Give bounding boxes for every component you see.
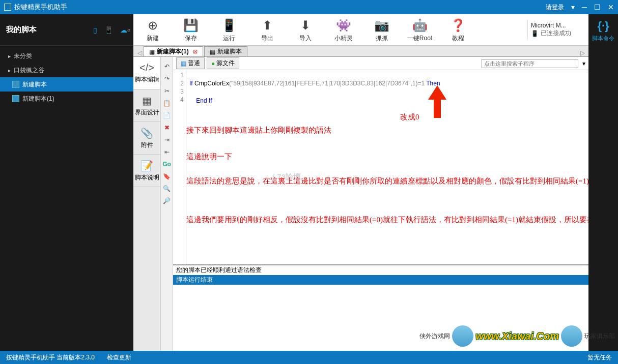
plus-icon: ⊕ <box>133 17 172 34</box>
tool-tutorial[interactable]: ❓教程 <box>439 17 477 43</box>
delete-button[interactable]: ✖ <box>162 122 172 133</box>
indent-button[interactable]: ⇥ <box>162 134 172 145</box>
annotation-2: 這邊說明一下 <box>186 150 232 163</box>
vtab-ui-design[interactable]: ▦界面设计 <box>133 89 160 122</box>
view-source-tab[interactable]: ●源文件 <box>207 57 239 69</box>
save-icon: 💾 <box>172 17 210 34</box>
tool-import[interactable]: ⬇导入 <box>286 17 324 43</box>
file-icon <box>12 81 19 88</box>
view-normal-tab[interactable]: ▦普通 <box>176 57 205 69</box>
annotation-3: 這段語法的意思是說，在這裏上這邊比對是否有剛剛你所取的連續座標點以及相對應的顏色… <box>186 175 548 187</box>
app-title: 按键精灵手机助手 <box>14 3 546 12</box>
file-icon: ▦ <box>210 48 215 55</box>
branding: 侠外游戏网 www.Xiawai.Com 玩家俱乐部 <box>419 324 615 348</box>
mini-toolbar: ↶ ↷ ✂ 📋 📄 ✖ ⇥ ⇤ Go 🔖 🔍 🔎 <box>161 57 173 351</box>
braces-icon: {·} <box>597 19 609 33</box>
script-tree: 未分类 口袋楓之谷 新建脚本 新建脚本(1) <box>0 46 133 109</box>
tool-export[interactable]: ⬆导出 <box>248 17 286 43</box>
close-button[interactable]: ✕ <box>608 3 614 11</box>
bookmark-button[interactable]: 🔖 <box>162 171 172 182</box>
console-line-selected[interactable]: 脚本运行结束 <box>173 275 588 285</box>
tool-save[interactable]: 💾保存 <box>172 17 210 43</box>
vtab-description[interactable]: 📝脚本说明 <box>133 155 160 187</box>
export-icon: ⬆ <box>248 17 286 34</box>
tool-run[interactable]: 📱运行 <box>210 17 248 43</box>
attachment-icon: 📎 <box>141 127 153 139</box>
tree-file-newscript1[interactable]: 新建脚本(1) <box>0 92 133 106</box>
sidebar-title: 我的脚本 <box>6 25 93 35</box>
layout-icon: ▦ <box>142 95 152 107</box>
brand-logo-icon <box>561 325 582 347</box>
outdent-button[interactable]: ⇤ <box>162 146 172 158</box>
dropdown-icon[interactable]: ▾ <box>571 3 575 11</box>
right-panel[interactable]: {·} 脚本命令 <box>588 14 618 351</box>
find-button[interactable]: 🔍 <box>162 183 172 194</box>
device-phone-icon[interactable]: 📱 <box>104 26 113 34</box>
help-icon: ❓ <box>439 17 477 34</box>
tool-wizard[interactable]: 👾小精灵 <box>324 17 362 43</box>
go-button[interactable]: Go <box>162 159 172 170</box>
login-link[interactable]: 请登录 <box>546 3 564 12</box>
doc-tab-active[interactable]: ▦新建脚本(1)⊠ <box>144 46 203 56</box>
tool-new[interactable]: ⊕新建 <box>133 17 172 43</box>
tree-folder-pocket[interactable]: 口袋楓之谷 <box>0 63 133 77</box>
undo-button[interactable]: ↶ <box>162 61 172 72</box>
tasks-label: 暂无任务 <box>587 353 612 362</box>
tab-nav-left[interactable]: ◁ <box>135 49 144 56</box>
sidebar: 我的脚本 ▯ 📱 ☁ « 未分类 口袋楓之谷 新建脚本 新建脚本(1) <box>0 14 133 351</box>
brand-url: www.Xiawai.Com <box>475 330 559 342</box>
search-subroutine-input[interactable] <box>482 59 578 68</box>
tool-capture[interactable]: 📷抓抓 <box>362 17 401 43</box>
tree-folder-uncategorized[interactable]: 未分类 <box>0 49 133 63</box>
version-label: 按键精灵手机助手 当前版本2.3.0 <box>6 353 95 362</box>
device-file-icon[interactable]: ▯ <box>93 26 97 34</box>
device-name: Microvirt M... <box>531 22 585 29</box>
annotation-4: 這邊我們要用到的剛好相反，假設沒有比對到相同結果(=0)就往下執行語法，有比對到… <box>186 214 548 226</box>
cut-button[interactable]: ✂ <box>162 85 172 97</box>
tree-file-newscript[interactable]: 新建脚本 <box>0 77 133 92</box>
redo-button[interactable]: ↷ <box>162 73 172 84</box>
maximize-button[interactable]: ☐ <box>594 3 601 11</box>
zoom-button[interactable]: 🔎 <box>162 195 172 206</box>
file-icon <box>12 95 19 102</box>
src-icon: ● <box>211 60 215 67</box>
code-area[interactable]: 1234 If CmpColorEx("59|158|934E87,72|161… <box>173 70 588 264</box>
grid-icon: ▦ <box>181 60 186 67</box>
search-dropdown-icon[interactable]: ▾ <box>582 60 585 67</box>
vertical-tabs: </>脚本编辑 ▦界面设计 📎附件 📝脚本说明 <box>133 57 161 351</box>
vtab-attachment[interactable]: 📎附件 <box>133 122 160 155</box>
tool-root[interactable]: 🤖一键Root <box>401 17 439 43</box>
document-tabs: ◁ ▦新建脚本(1)⊠ ▦新建脚本 ▷ <box>133 46 588 57</box>
doc-icon: 📝 <box>141 160 153 172</box>
status-bar: 按键精灵手机助手 当前版本2.3.0 检查更新 暂无任务 <box>0 351 618 364</box>
title-bar: 按键精灵手机助手 请登录 ▾ ─ ☐ ✕ <box>0 0 618 14</box>
code-icon: </> <box>139 62 154 74</box>
android-icon: 🤖 <box>401 17 439 34</box>
minimize-button[interactable]: ─ <box>582 3 587 11</box>
console-line: 您的脚本已经顺利通过语法检查 <box>173 265 588 275</box>
phone-icon: 📱 <box>210 17 248 34</box>
app-icon <box>4 4 11 11</box>
vtab-script-edit[interactable]: </>脚本编辑 <box>133 57 160 89</box>
line-gutter: 1234 <box>173 70 186 264</box>
annotation-1: 接下來回到腳本這邊貼上你剛剛複製的語法 <box>186 124 331 136</box>
main-toolbar: ⊕新建 💾保存 📱运行 ⬆导出 ⬇导入 👾小精灵 📷抓抓 🤖一键Root ❓教程… <box>133 14 588 46</box>
file-icon: ▦ <box>149 48 155 55</box>
camera-icon: 📷 <box>362 17 401 34</box>
doc-tab[interactable]: ▦新建脚本 <box>204 46 247 56</box>
tab-nav-right[interactable]: ▷ <box>578 49 586 56</box>
copy-button[interactable]: 📋 <box>162 98 172 109</box>
code-editor: ▦普通 ●源文件 ▾ 1234 If CmpColorEx("59|158|93… <box>173 57 588 351</box>
svg-marker-0 <box>428 85 446 118</box>
device-info[interactable]: Microvirt M... 📱已连接成功 <box>527 20 588 40</box>
right-panel-label: 脚本命令 <box>592 35 614 42</box>
bug-icon: 👾 <box>324 17 362 34</box>
tab-close-icon[interactable]: ⊠ <box>193 48 198 55</box>
annotation-arrow-label: 改成0 <box>400 111 419 123</box>
sidebar-header: 我的脚本 ▯ 📱 ☁ « <box>0 14 133 46</box>
paste-button[interactable]: 📄 <box>162 110 172 121</box>
phone-small-icon: 📱 <box>531 30 539 37</box>
brand-logo-icon <box>452 325 473 347</box>
check-update-link[interactable]: 检查更新 <box>107 353 131 362</box>
sidebar-collapse-icon[interactable]: « <box>125 14 132 46</box>
